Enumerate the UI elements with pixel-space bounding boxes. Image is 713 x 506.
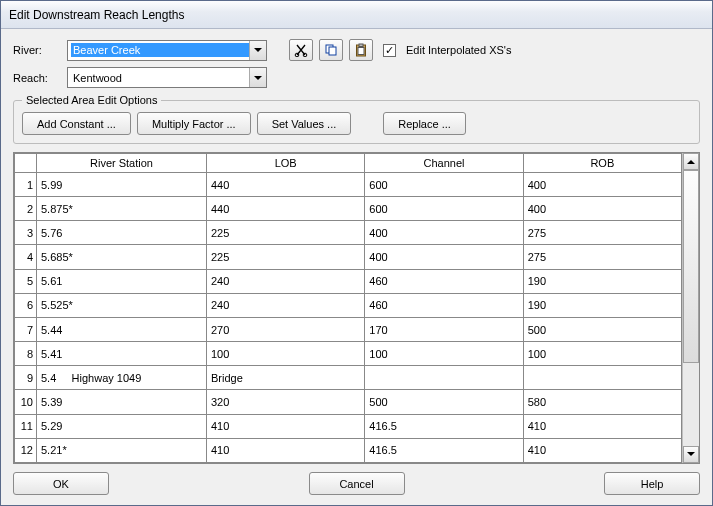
header-station[interactable]: River Station xyxy=(37,154,207,173)
add-constant-button[interactable]: Add Constant ... xyxy=(22,112,131,135)
cell-station[interactable]: 5.525* xyxy=(37,293,207,317)
cell-channel[interactable]: 400 xyxy=(365,245,523,269)
cell-station[interactable]: 5.41 xyxy=(37,342,207,366)
table-row[interactable]: 15.99440600400 xyxy=(15,173,682,197)
table-row[interactable]: 75.44270170500 xyxy=(15,317,682,341)
reach-value: Kentwood xyxy=(71,71,249,85)
cell-channel[interactable]: 600 xyxy=(365,173,523,197)
cell-lob[interactable]: 100 xyxy=(207,342,365,366)
clipboard-icon xyxy=(354,43,368,57)
scroll-thumb[interactable] xyxy=(683,170,699,363)
cell-lob[interactable]: 320 xyxy=(207,390,365,414)
cell-station[interactable]: 5.4 Highway 1049 xyxy=(37,366,207,390)
cell-rob[interactable]: 580 xyxy=(523,390,681,414)
cell-station[interactable]: 5.875* xyxy=(37,197,207,221)
cell-channel[interactable]: 400 xyxy=(365,221,523,245)
cell-station[interactable]: 5.76 xyxy=(37,221,207,245)
cell-station[interactable]: 5.61 xyxy=(37,269,207,293)
ok-button[interactable]: OK xyxy=(13,472,109,495)
cell-channel[interactable]: 416.5 xyxy=(365,414,523,438)
cell-station[interactable]: 5.99 xyxy=(37,173,207,197)
cell-rob[interactable]: 500 xyxy=(523,317,681,341)
cell-station[interactable]: 5.39 xyxy=(37,390,207,414)
cell-channel[interactable]: 600 xyxy=(365,197,523,221)
cell-rob[interactable]: 190 xyxy=(523,293,681,317)
row-number: 9 xyxy=(15,366,37,390)
row-number: 2 xyxy=(15,197,37,221)
cell-lob[interactable]: 440 xyxy=(207,197,365,221)
cell-channel[interactable]: 460 xyxy=(365,269,523,293)
row-number: 7 xyxy=(15,317,37,341)
reach-combo[interactable]: Kentwood xyxy=(67,67,267,88)
cancel-button[interactable]: Cancel xyxy=(309,472,405,495)
cut-button[interactable] xyxy=(289,39,313,61)
cell-station[interactable]: 5.685* xyxy=(37,245,207,269)
table-row[interactable]: 115.29410416.5410 xyxy=(15,414,682,438)
chevron-down-icon[interactable] xyxy=(249,68,266,87)
set-values-button[interactable]: Set Values ... xyxy=(257,112,352,135)
cell-channel[interactable]: 100 xyxy=(365,342,523,366)
row-number: 6 xyxy=(15,293,37,317)
cell-rob[interactable]: 100 xyxy=(523,342,681,366)
paste-button[interactable] xyxy=(349,39,373,61)
cell-station[interactable]: 5.29 xyxy=(37,414,207,438)
chevron-down-icon[interactable] xyxy=(249,41,266,60)
table-wrap: River Station LOB Channel ROB 15.9944060… xyxy=(13,152,700,464)
help-button[interactable]: Help xyxy=(604,472,700,495)
header-rob[interactable]: ROB xyxy=(523,154,681,173)
header-channel[interactable]: Channel xyxy=(365,154,523,173)
cell-station[interactable]: 5.44 xyxy=(37,317,207,341)
cell-lob[interactable]: 225 xyxy=(207,245,365,269)
cell-lob[interactable]: 270 xyxy=(207,317,365,341)
cell-rob[interactable]: 410 xyxy=(523,414,681,438)
cell-channel[interactable]: 170 xyxy=(365,317,523,341)
row-number: 5 xyxy=(15,269,37,293)
cell-channel[interactable]: 416.5 xyxy=(365,438,523,462)
cell-station[interactable]: 5.21* xyxy=(37,438,207,462)
table-row[interactable]: 105.39320500580 xyxy=(15,390,682,414)
cell-rob[interactable]: 410 xyxy=(523,438,681,462)
table-row[interactable]: 95.4 Highway 1049Bridge xyxy=(15,366,682,390)
replace-button[interactable]: Replace ... xyxy=(383,112,466,135)
table-row[interactable]: 25.875*440600400 xyxy=(15,197,682,221)
river-row: River: Beaver Creek Edit Interpolated XS… xyxy=(13,39,700,61)
svg-rect-5 xyxy=(359,44,363,47)
header-blank xyxy=(15,154,37,173)
cell-rob[interactable]: 190 xyxy=(523,269,681,293)
table-row[interactable]: 55.61240460190 xyxy=(15,269,682,293)
table-row[interactable]: 45.685*225400275 xyxy=(15,245,682,269)
multiply-factor-button[interactable]: Multiply Factor ... xyxy=(137,112,251,135)
table-row[interactable]: 35.76225400275 xyxy=(15,221,682,245)
row-number: 3 xyxy=(15,221,37,245)
cell-channel[interactable]: 460 xyxy=(365,293,523,317)
cell-lob[interactable]: 440 xyxy=(207,173,365,197)
cell-rob[interactable]: 400 xyxy=(523,173,681,197)
river-combo[interactable]: Beaver Creek xyxy=(67,40,267,61)
cell-channel[interactable] xyxy=(365,366,523,390)
cell-lob[interactable]: 240 xyxy=(207,293,365,317)
scroll-track[interactable] xyxy=(683,170,699,446)
copy-button[interactable] xyxy=(319,39,343,61)
cell-lob[interactable]: 240 xyxy=(207,269,365,293)
header-lob[interactable]: LOB xyxy=(207,154,365,173)
edit-interp-label: Edit Interpolated XS's xyxy=(406,44,511,56)
table-row[interactable]: 65.525*240460190 xyxy=(15,293,682,317)
cell-channel[interactable]: 500 xyxy=(365,390,523,414)
edit-interp-checkbox[interactable] xyxy=(383,44,396,57)
content-area: River: Beaver Creek Edit Interpolated XS… xyxy=(1,29,712,505)
scroll-down-icon[interactable] xyxy=(683,446,699,463)
edit-options-group: Selected Area Edit Options Add Constant … xyxy=(13,94,700,144)
table-row[interactable]: 85.41100100100 xyxy=(15,342,682,366)
cell-lob[interactable]: 410 xyxy=(207,438,365,462)
table-row[interactable]: 125.21*410416.5410 xyxy=(15,438,682,462)
cell-lob[interactable]: Bridge xyxy=(207,366,365,390)
cell-rob[interactable] xyxy=(523,366,681,390)
cell-rob[interactable]: 400 xyxy=(523,197,681,221)
cell-rob[interactable]: 275 xyxy=(523,245,681,269)
cell-lob[interactable]: 410 xyxy=(207,414,365,438)
vertical-scrollbar[interactable] xyxy=(682,153,699,463)
cell-rob[interactable]: 275 xyxy=(523,221,681,245)
data-table[interactable]: River Station LOB Channel ROB 15.9944060… xyxy=(14,153,682,463)
cell-lob[interactable]: 225 xyxy=(207,221,365,245)
scroll-up-icon[interactable] xyxy=(683,153,699,170)
